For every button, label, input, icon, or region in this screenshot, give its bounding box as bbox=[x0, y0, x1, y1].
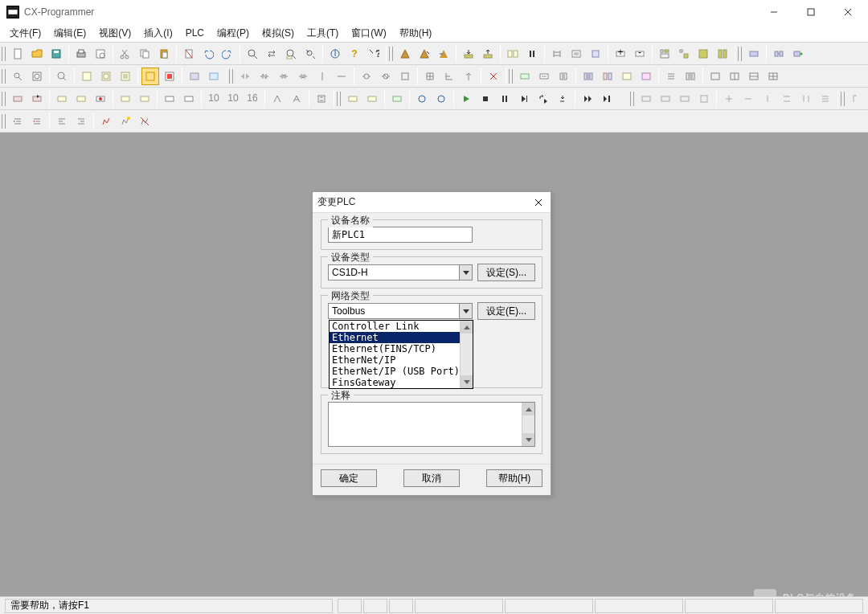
transfer-icon[interactable] bbox=[435, 45, 452, 63]
contact-fall-icon[interactable] bbox=[294, 68, 312, 85]
copy-icon[interactable] bbox=[136, 45, 154, 63]
cross-icon[interactable] bbox=[555, 68, 572, 85]
toggle-1-icon[interactable] bbox=[78, 68, 96, 85]
scroll-up-icon[interactable] bbox=[522, 403, 534, 415]
addr-icon[interactable] bbox=[618, 68, 636, 85]
menu-insert[interactable]: 插入(I) bbox=[137, 25, 178, 42]
io-icon[interactable] bbox=[599, 68, 616, 85]
menu-help[interactable]: 帮助(H) bbox=[393, 25, 439, 42]
toggle-5-icon[interactable] bbox=[161, 68, 178, 85]
r3-6-icon[interactable] bbox=[117, 90, 134, 108]
zoom-box-icon[interactable] bbox=[28, 68, 46, 85]
r3b-7-icon[interactable] bbox=[759, 90, 776, 108]
menu-tools[interactable]: 工具(T) bbox=[301, 25, 345, 42]
network-type-settings-button[interactable]: 设定(E)... bbox=[477, 302, 535, 320]
r3-14-icon[interactable] bbox=[288, 90, 305, 108]
help-icon[interactable]: ? bbox=[346, 45, 363, 63]
r3-20-icon[interactable] bbox=[432, 90, 450, 108]
toolbar-grip[interactable] bbox=[509, 68, 514, 85]
sim-icon[interactable] bbox=[745, 45, 763, 63]
redo-icon[interactable] bbox=[219, 45, 236, 63]
align-1-icon[interactable] bbox=[53, 113, 71, 130]
toggle-2-icon[interactable] bbox=[97, 68, 115, 85]
toolbar-grip[interactable] bbox=[2, 90, 6, 108]
r3b-9-icon[interactable] bbox=[797, 90, 815, 108]
new-icon[interactable] bbox=[9, 45, 27, 63]
toggle-4-icon[interactable] bbox=[141, 68, 159, 85]
chevron-down-icon[interactable] bbox=[459, 265, 472, 280]
menu-plc[interactable]: PLC bbox=[179, 26, 211, 40]
menu-program[interactable]: 编程(P) bbox=[211, 25, 256, 42]
r3-2-icon[interactable] bbox=[28, 90, 46, 108]
r3b-3-icon[interactable] bbox=[676, 90, 694, 108]
branch2-icon[interactable] bbox=[440, 68, 458, 85]
fb-icon[interactable] bbox=[587, 45, 604, 63]
maximize-button[interactable] bbox=[792, 0, 829, 24]
find-icon[interactable] bbox=[244, 45, 261, 63]
context-help-icon[interactable]: ? bbox=[365, 45, 383, 63]
replace-icon[interactable] bbox=[263, 45, 280, 63]
stop-icon[interactable] bbox=[477, 90, 494, 108]
edit-1-icon[interactable] bbox=[97, 113, 115, 130]
r3b-11-icon[interactable] bbox=[848, 90, 866, 108]
step-icon[interactable] bbox=[515, 90, 533, 108]
r3-18-icon[interactable] bbox=[388, 90, 406, 108]
list-1-icon[interactable] bbox=[662, 68, 680, 85]
contact-nc-icon[interactable] bbox=[256, 68, 273, 85]
coil-icon[interactable] bbox=[358, 68, 375, 85]
r3-19-icon[interactable] bbox=[413, 90, 431, 108]
func-icon[interactable] bbox=[396, 68, 414, 85]
device-type-combo[interactable]: CS1D-H bbox=[328, 264, 473, 280]
toolbar-grip[interactable] bbox=[389, 45, 394, 63]
list-2-icon[interactable] bbox=[682, 68, 699, 85]
grid3-icon[interactable] bbox=[694, 45, 712, 63]
zoom-in-icon[interactable]: + bbox=[612, 45, 629, 63]
view-2-icon[interactable] bbox=[726, 68, 743, 85]
view-4-icon[interactable] bbox=[764, 68, 782, 85]
upload-icon[interactable] bbox=[479, 45, 497, 63]
zoom-100-icon[interactable] bbox=[53, 68, 71, 85]
vert-line-icon[interactable] bbox=[313, 68, 331, 85]
r3-3-icon[interactable] bbox=[53, 90, 71, 108]
scroll-down-icon[interactable] bbox=[522, 433, 534, 446]
dropdown-option[interactable]: EtherNet/IP bbox=[330, 354, 473, 366]
device-type-settings-button[interactable]: 设定(S)... bbox=[477, 264, 535, 281]
del-line-icon[interactable] bbox=[485, 68, 502, 85]
menu-window[interactable]: 窗口(W) bbox=[345, 25, 392, 42]
dropdown-option[interactable]: Ethernet(FINS/TCP) bbox=[330, 343, 473, 354]
r3b-6-icon[interactable] bbox=[739, 90, 757, 108]
save-icon[interactable] bbox=[47, 45, 65, 63]
toolbar-grip[interactable] bbox=[738, 45, 743, 63]
goto-icon[interactable] bbox=[282, 45, 300, 63]
r3-16-icon[interactable] bbox=[344, 90, 362, 108]
compare-icon[interactable] bbox=[504, 45, 522, 63]
view-3-icon[interactable] bbox=[745, 68, 763, 85]
r3b-4-icon[interactable] bbox=[695, 90, 713, 108]
ladder-icon[interactable] bbox=[548, 45, 566, 63]
delete-icon[interactable] bbox=[180, 45, 198, 63]
misc-2-icon[interactable] bbox=[205, 68, 223, 85]
r3b-8-icon[interactable] bbox=[778, 90, 796, 108]
exec-icon[interactable] bbox=[789, 45, 807, 63]
ok-button[interactable]: 确定 bbox=[321, 469, 377, 487]
edit-2-icon[interactable] bbox=[117, 113, 134, 130]
print-preview-icon[interactable] bbox=[92, 45, 109, 63]
comment-textarea[interactable] bbox=[328, 402, 535, 447]
network-type-combo[interactable]: Toolbus Controller Link Ethernet Etherne… bbox=[328, 303, 473, 319]
comment-scrollbar[interactable] bbox=[522, 403, 534, 446]
toolbar-grip[interactable] bbox=[337, 90, 342, 108]
menu-edit[interactable]: 编辑(E) bbox=[47, 25, 92, 42]
edit-3-icon[interactable] bbox=[136, 113, 154, 130]
paste-icon[interactable] bbox=[155, 45, 173, 63]
r3-13-icon[interactable] bbox=[268, 90, 286, 108]
toggle-3-icon[interactable] bbox=[117, 68, 134, 85]
pause-icon[interactable] bbox=[523, 45, 541, 63]
mnemonic-icon[interactable] bbox=[567, 45, 585, 63]
r3-4-icon[interactable] bbox=[72, 90, 90, 108]
play-icon[interactable] bbox=[457, 90, 475, 108]
toolbar-grip[interactable] bbox=[229, 68, 234, 85]
dropdown-option[interactable]: Ethernet bbox=[330, 332, 473, 343]
watch-icon[interactable] bbox=[516, 68, 534, 85]
help-button[interactable]: 帮助(H) bbox=[486, 469, 542, 487]
download-icon[interactable] bbox=[460, 45, 477, 63]
